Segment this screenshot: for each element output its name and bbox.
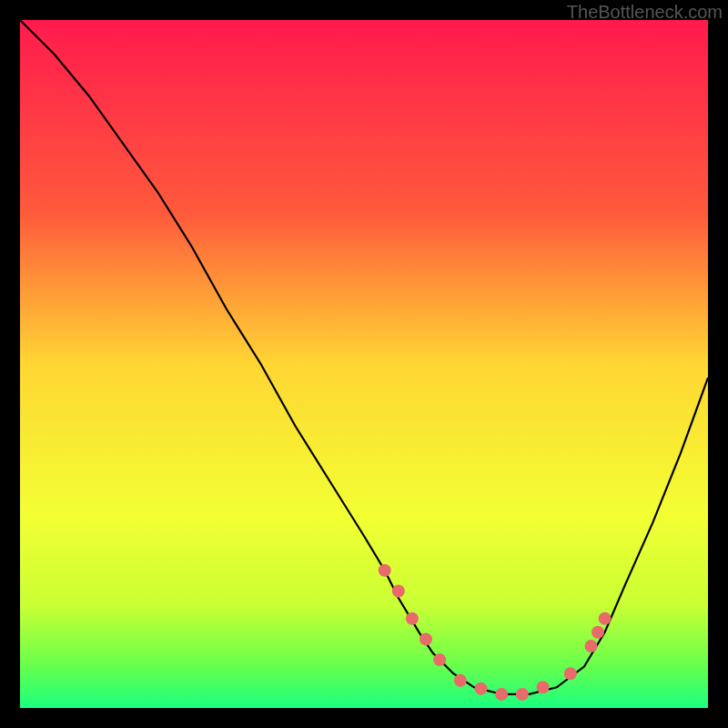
data-marker — [495, 688, 508, 701]
data-marker — [516, 688, 529, 701]
data-marker — [599, 612, 612, 625]
attribution-text: TheBottleneck.com — [567, 2, 723, 23]
data-marker — [379, 564, 391, 577]
data-marker — [433, 653, 446, 666]
bottleneck-chart — [20, 20, 708, 708]
data-marker — [475, 682, 488, 695]
data-marker — [585, 640, 598, 652]
data-marker — [592, 626, 604, 639]
gradient-background — [20, 20, 708, 708]
chart-frame — [20, 20, 708, 708]
data-marker — [564, 667, 577, 680]
data-marker — [392, 585, 405, 598]
data-marker — [406, 612, 419, 625]
data-marker — [454, 674, 467, 687]
data-marker — [420, 632, 432, 645]
data-marker — [537, 681, 550, 693]
